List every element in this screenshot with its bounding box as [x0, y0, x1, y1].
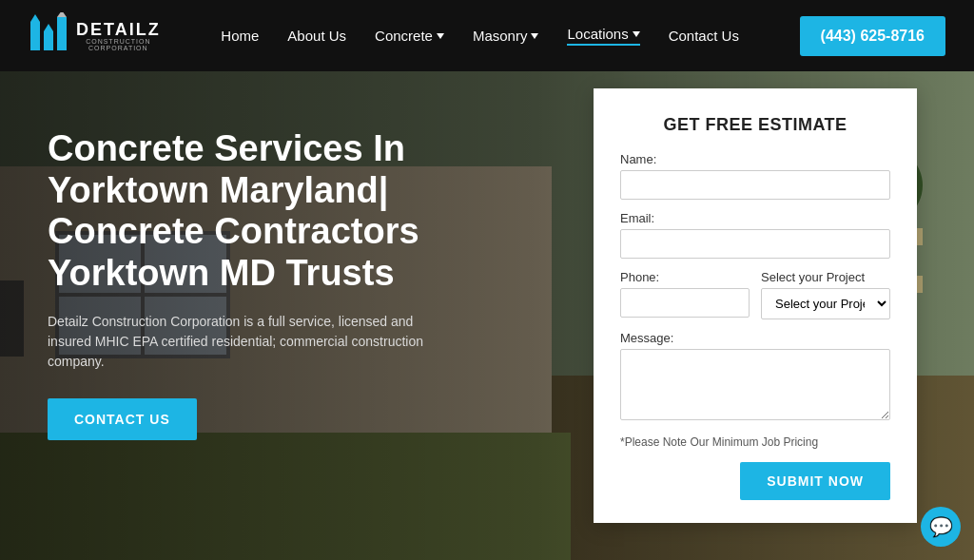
name-label: Name:: [620, 152, 890, 166]
svg-rect-2: [57, 17, 67, 50]
phone-field-group: Phone:: [620, 270, 750, 319]
name-input[interactable]: [620, 170, 890, 200]
nav-concrete[interactable]: Concrete: [375, 28, 444, 44]
contact-us-button[interactable]: CONTACT US: [48, 398, 197, 440]
chat-icon: 💬: [929, 515, 953, 538]
phone-input[interactable]: [620, 288, 750, 318]
nav-about[interactable]: About Us: [287, 28, 346, 44]
phone-label: Phone:: [620, 270, 750, 284]
form-title: GET FREE ESTIMATE: [620, 115, 890, 135]
main-nav: Home About Us Concrete Masonry Locations…: [221, 26, 739, 46]
svg-marker-4: [44, 24, 53, 31]
project-field-group: Select your Project Select your Project …: [761, 270, 890, 319]
svg-marker-3: [30, 14, 40, 22]
email-field-group: Email:: [620, 211, 890, 259]
submit-button[interactable]: SUBMIT NOW: [740, 462, 890, 500]
logo-subtitle: CONSTRUCTIONCORPORATION: [76, 38, 161, 51]
chevron-down-icon: [633, 31, 640, 37]
hero-section: Concrete Services In Yorktown Maryland| …: [0, 71, 974, 560]
logo-text: DETAILZ CONSTRUCTIONCORPORATION: [76, 21, 161, 51]
phone-button[interactable]: (443) 625-8716: [800, 16, 945, 56]
hero-text-block: Concrete Services In Yorktown Maryland| …: [0, 71, 495, 440]
nav-locations[interactable]: Locations: [567, 26, 639, 46]
svg-rect-1: [44, 31, 53, 50]
estimate-form-panel: GET FREE ESTIMATE Name: Email: Phone: Se…: [594, 88, 917, 523]
message-textarea[interactable]: [620, 349, 890, 420]
svg-marker-5: [57, 12, 67, 17]
project-label: Select your Project: [761, 270, 890, 284]
form-note: *Please Note Our Minimum Job Pricing: [620, 435, 890, 449]
phone-project-row: Phone: Select your Project Select your P…: [620, 270, 890, 319]
header: DETAILZ CONSTRUCTIONCORPORATION Home Abo…: [0, 0, 974, 71]
nav-contact[interactable]: Contact Us: [669, 28, 739, 44]
hero-description: Detailz Construction Corporation is a fu…: [48, 312, 428, 372]
chevron-down-icon: [531, 33, 538, 39]
chevron-down-icon: [437, 33, 444, 39]
email-label: Email:: [620, 211, 890, 225]
email-input[interactable]: [620, 229, 890, 259]
logo[interactable]: DETAILZ CONSTRUCTIONCORPORATION: [29, 12, 161, 60]
project-select[interactable]: Select your Project Concrete Masonry Lan…: [761, 288, 890, 319]
logo-title: DETAILZ: [76, 21, 161, 38]
nav-masonry[interactable]: Masonry: [473, 28, 539, 44]
nav-home[interactable]: Home: [221, 28, 259, 44]
message-field-group: Message:: [620, 331, 890, 424]
hero-heading: Concrete Services In Yorktown Maryland| …: [48, 128, 457, 295]
name-field-group: Name:: [620, 152, 890, 200]
svg-rect-0: [30, 22, 40, 50]
logo-icon: [29, 12, 68, 60]
chat-bubble[interactable]: 💬: [921, 507, 961, 547]
message-label: Message:: [620, 331, 890, 345]
